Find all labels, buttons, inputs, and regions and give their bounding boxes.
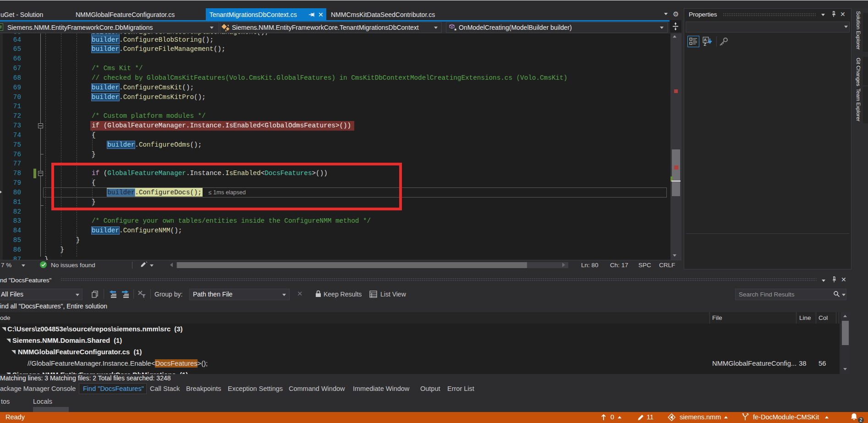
svg-text:★: ★ — [454, 27, 457, 32]
svg-text:Z: Z — [704, 42, 707, 47]
svg-text:A: A — [704, 38, 707, 42]
